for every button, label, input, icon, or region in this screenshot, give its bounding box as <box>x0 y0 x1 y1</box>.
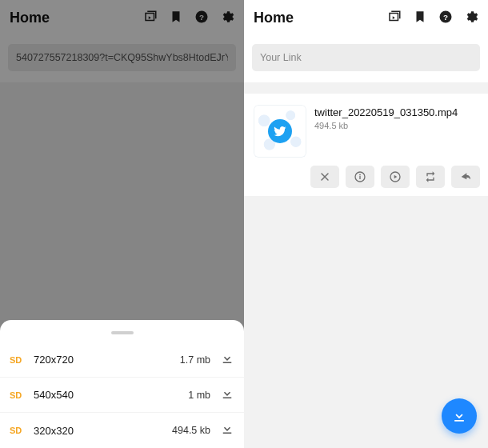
download-fab[interactable] <box>442 398 477 434</box>
twitter-icon <box>268 119 292 143</box>
quality-resolution: 720x720 <box>34 354 106 366</box>
info-button[interactable] <box>346 166 374 188</box>
quality-option-2[interactable]: SD 320x320 494.5 kb <box>0 413 244 448</box>
quality-resolution: 540x540 <box>34 389 106 401</box>
svg-rect-6 <box>359 176 360 179</box>
right-pane: Home ? twitter_20220519_031350.mp4 494.5… <box>244 0 488 448</box>
card-info: twitter_20220519_031350.mp4 494.5 kb <box>314 105 458 158</box>
card-header: twitter_20220519_031350.mp4 494.5 kb <box>250 100 482 162</box>
repeat-button[interactable] <box>416 166 445 188</box>
download-icon[interactable] <box>220 422 234 439</box>
file-size: 494.5 kb <box>314 121 458 130</box>
quality-badge: SD <box>10 390 34 400</box>
page-title: Home <box>254 10 294 26</box>
play-button[interactable] <box>381 166 410 188</box>
quality-resolution: 320x320 <box>34 425 106 437</box>
share-button[interactable] <box>451 166 480 188</box>
bookmark-icon[interactable] <box>413 10 427 27</box>
link-input[interactable] <box>252 44 480 71</box>
left-pane: Home ? SD 720x720 1.7 mb SD 540x540 1 mb <box>0 0 244 448</box>
appbar-actions: ? <box>387 10 478 27</box>
quality-size: 1 mb <box>188 390 210 401</box>
card-actions <box>250 162 482 188</box>
quality-option-1[interactable]: SD 540x540 1 mb <box>0 378 244 413</box>
quality-badge: SD <box>10 426 34 435</box>
download-icon[interactable] <box>220 386 234 404</box>
link-row <box>244 36 488 82</box>
quality-size: 1.7 mb <box>180 354 210 366</box>
svg-text:?: ? <box>443 12 448 21</box>
drag-handle[interactable] <box>111 331 134 334</box>
download-card: twitter_20220519_031350.mp4 494.5 kb <box>244 94 488 196</box>
quality-badge: SD <box>10 355 34 365</box>
appbar-right: Home ? <box>244 0 488 36</box>
settings-icon[interactable] <box>464 10 478 27</box>
help-icon[interactable]: ? <box>438 10 453 27</box>
quality-bottom-sheet: SD 720x720 1.7 mb SD 540x540 1 mb SD 320… <box>0 320 244 448</box>
download-icon[interactable] <box>220 351 234 369</box>
quality-option-0[interactable]: SD 720x720 1.7 mb <box>0 342 244 378</box>
svg-point-5 <box>359 174 361 176</box>
thumbnail <box>254 105 306 158</box>
library-icon[interactable] <box>387 10 402 27</box>
close-button[interactable] <box>310 166 339 188</box>
file-name: twitter_20220519_031350.mp4 <box>314 106 458 118</box>
quality-size: 494.5 kb <box>172 425 210 436</box>
